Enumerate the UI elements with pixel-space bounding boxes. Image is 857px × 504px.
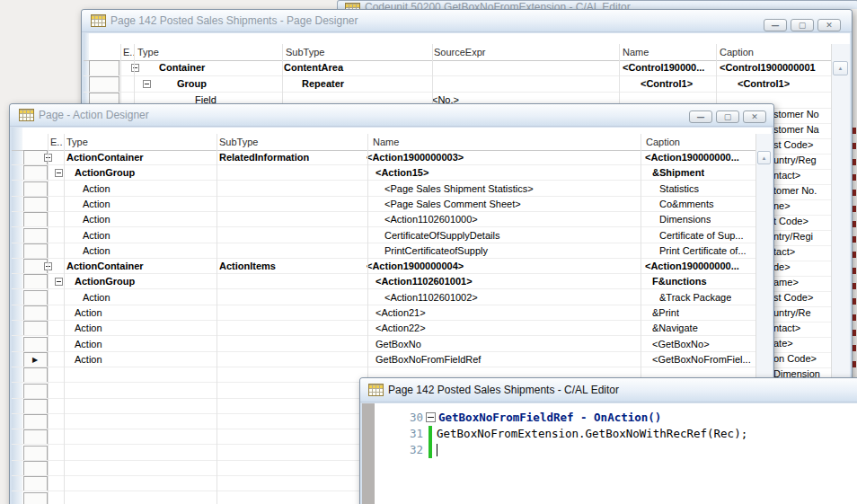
- code-line[interactable]: 30GetBoxNoFromFieldRef - OnAction(): [376, 410, 853, 426]
- cell-name[interactable]: <Action1900000003>: [367, 152, 464, 163]
- designer-row[interactable]: ActionGroup<Action1102601001>F&unctions: [10, 274, 773, 289]
- cell-name[interactable]: <Action22>: [375, 323, 426, 333]
- cell-name[interactable]: <Control1>: [641, 78, 693, 89]
- cell-name[interactable]: GetBoxNo: [375, 339, 421, 349]
- fold-collapse-icon[interactable]: [426, 412, 436, 422]
- cell-caption[interactable]: <Control1>: [738, 78, 790, 89]
- designer-row[interactable]: Action<Action21>&Print: [10, 305, 773, 321]
- row-selector[interactable]: [89, 76, 119, 93]
- minimize-button[interactable]: —: [689, 111, 712, 123]
- cell-type[interactable]: Action: [83, 214, 110, 225]
- row-selector[interactable]: [89, 60, 119, 76]
- cell-name[interactable]: <Action1102601001>: [375, 276, 473, 287]
- designer-row[interactable]: Action<Action22>&Navigate: [10, 321, 773, 336]
- cell-caption[interactable]: Co&mments: [659, 199, 714, 209]
- cell-caption[interactable]: Certificate of Sup...: [659, 230, 744, 241]
- row-selector[interactable]: [23, 367, 48, 383]
- designer-row[interactable]: Action<Page Sales Comment Sheet>Co&mment…: [10, 197, 773, 212]
- cell-name[interactable]: <Control190000...: [623, 62, 704, 73]
- row-selector[interactable]: [23, 290, 48, 305]
- restore-button[interactable]: ▢: [716, 111, 739, 123]
- designer-row[interactable]: ActionContainerActionItems<Action1900000…: [10, 259, 773, 274]
- cell-caption[interactable]: <Action190000000...: [645, 261, 739, 271]
- designer-row[interactable]: Action<Action1102601000>Dimensions: [10, 212, 773, 227]
- cell-caption[interactable]: F&unctions: [652, 276, 707, 287]
- cell-caption[interactable]: &Track Package: [659, 292, 731, 303]
- code-line[interactable]: 31GetBoxNoFromExtension.GetBoxNoWithRecR…: [376, 426, 853, 442]
- row-selector[interactable]: [23, 305, 48, 321]
- minimize-button[interactable]: —: [764, 19, 787, 31]
- cell-type[interactable]: Action: [75, 339, 102, 349]
- designer-row[interactable]: Action<Action1102601002>&Track Package: [10, 290, 773, 305]
- designer-row[interactable]: ▶ActionGetBoxNoFromFieldRef<GetBoxNoFrom…: [10, 352, 773, 367]
- cell-caption[interactable]: <GetBoxNo>: [652, 339, 710, 349]
- row-selector[interactable]: [23, 321, 48, 336]
- cell-type[interactable]: Action: [83, 245, 110, 256]
- close-button[interactable]: ✕: [743, 111, 766, 123]
- row-selector[interactable]: [23, 181, 48, 197]
- collapse-icon[interactable]: [55, 169, 63, 177]
- cell-subtype[interactable]: ContentArea: [284, 62, 343, 73]
- cell-name[interactable]: CertificateOfSupplyDetails: [384, 230, 499, 241]
- row-selector[interactable]: [23, 228, 48, 243]
- cell-name[interactable]: <Page Sales Comment Sheet>: [384, 199, 521, 209]
- restore-button[interactable]: ▢: [791, 19, 814, 31]
- cell-caption[interactable]: &Shipment: [652, 167, 704, 178]
- cell-caption[interactable]: Statistics: [659, 183, 699, 194]
- cell-type[interactable]: Action: [75, 323, 102, 333]
- code-line[interactable]: 32: [376, 442, 853, 458]
- designer-row[interactable]: GroupRepeater<Control1><Control1>: [82, 76, 852, 93]
- action-designer-titlebar[interactable]: Page - Action Designer: [10, 104, 773, 127]
- designer-row[interactable]: ActionGroup<Action15>&Shipment: [10, 165, 773, 181]
- cell-type[interactable]: Action: [75, 307, 102, 318]
- cell-type[interactable]: Group: [177, 78, 207, 89]
- row-selector[interactable]: [23, 476, 48, 491]
- cell-name[interactable]: PrintCertificateofSupply: [384, 245, 488, 256]
- cell-type[interactable]: Action: [75, 354, 102, 365]
- designer-row[interactable]: ActionPrintCertificateofSupplyPrint Cert…: [10, 243, 773, 259]
- cell-subtype[interactable]: RelatedInformation: [219, 152, 309, 163]
- cell-type[interactable]: Action: [83, 230, 110, 241]
- cell-caption[interactable]: <Control1900000001: [720, 62, 816, 73]
- row-selector[interactable]: [23, 492, 48, 504]
- cell-caption[interactable]: Dimensions: [659, 214, 711, 225]
- cell-name[interactable]: <Action1900000004>: [367, 261, 464, 271]
- row-selector[interactable]: [23, 337, 48, 352]
- cell-caption[interactable]: Print Certificate of...: [659, 245, 747, 256]
- row-selector[interactable]: [23, 461, 48, 476]
- row-selector[interactable]: [23, 414, 48, 429]
- row-selector[interactable]: [23, 274, 48, 289]
- cell-caption[interactable]: <Action190000000...: [645, 152, 739, 163]
- page-designer-titlebar[interactable]: Page 142 Posted Sales Shipments - Page D…: [82, 10, 852, 32]
- row-selector[interactable]: [23, 399, 48, 414]
- row-selector[interactable]: [23, 384, 48, 399]
- row-selector[interactable]: [23, 197, 48, 212]
- row-selector[interactable]: ▶: [23, 352, 48, 367]
- cell-name[interactable]: <Page Sales Shipment Statistics>: [384, 183, 534, 194]
- cell-type[interactable]: Action: [83, 292, 110, 303]
- cell-type[interactable]: ActionGroup: [75, 276, 135, 287]
- row-selector[interactable]: [23, 446, 48, 461]
- cell-type[interactable]: ActionGroup: [75, 167, 135, 178]
- cal-editor-titlebar[interactable]: Page 142 Posted Sales Shipments - C/AL E…: [360, 378, 857, 402]
- cell-caption[interactable]: &Print: [652, 307, 679, 318]
- row-selector[interactable]: [23, 429, 48, 445]
- row-selector[interactable]: [23, 165, 48, 181]
- cell-type[interactable]: ActionContainer: [66, 152, 144, 163]
- cell-name[interactable]: <Action15>: [375, 167, 428, 178]
- collapse-icon[interactable]: [131, 64, 139, 72]
- cell-name[interactable]: <Action21>: [375, 307, 426, 318]
- cell-type[interactable]: Action: [83, 199, 110, 209]
- vertical-scrollbar[interactable]: [831, 44, 850, 378]
- designer-row[interactable]: ActionContainerRelatedInformation<Action…: [10, 150, 773, 165]
- designer-row[interactable]: ActionGetBoxNo<GetBoxNo>: [10, 337, 773, 352]
- cell-caption[interactable]: <GetBoxNoFromFiel...: [652, 354, 751, 365]
- designer-row[interactable]: ActionCertificateOfSupplyDetailsCertific…: [10, 228, 773, 243]
- cell-subtype[interactable]: Repeater: [302, 78, 344, 89]
- collapse-icon[interactable]: [143, 80, 151, 88]
- scroll-up-button[interactable]: ▲: [833, 61, 848, 75]
- scroll-up-button[interactable]: ▲: [757, 151, 771, 164]
- collapse-icon[interactable]: [55, 278, 63, 286]
- row-selector[interactable]: [23, 212, 48, 227]
- designer-row[interactable]: Action<Page Sales Shipment Statistics>St…: [10, 181, 773, 197]
